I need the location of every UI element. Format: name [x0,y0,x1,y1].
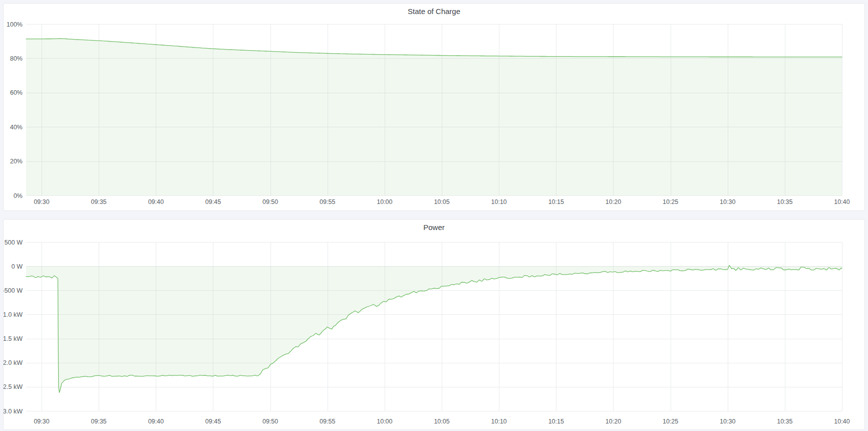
series-area-fill [26,265,842,392]
x-tick-label: 09:30 [34,198,49,205]
y-tick-label: -500 W [4,287,23,294]
y-tick-label: 60% [10,89,23,96]
x-tick-label: 10:40 [834,418,849,425]
y-tick-label: 0% [14,192,23,199]
x-tick-label: 10:25 [663,198,678,205]
x-tick-label: 09:40 [148,418,164,425]
y-tick-label: -3.0 kW [4,408,23,415]
power-chart[interactable]: 500 W0 W-500 W-1.0 kW-1.5 kW-2.0 kW-2.5 … [4,235,864,429]
x-tick-label: 10:05 [434,198,449,205]
x-tick-label: 10:20 [606,418,621,425]
x-tick-label: 10:30 [720,198,735,205]
y-tick-label: -2.0 kW [4,359,23,366]
x-tick-label: 10:10 [491,198,507,205]
x-tick-label: 10:15 [548,198,564,205]
x-tick-label: 10:00 [377,198,392,205]
panel-title-power[interactable]: Power [4,220,864,235]
x-tick-label: 10:20 [606,198,621,205]
x-tick-label: 09:45 [205,418,221,425]
x-tick-label: 10:30 [720,418,735,425]
x-tick-label: 10:25 [663,418,678,425]
x-tick-label: 10:40 [834,198,849,205]
x-tick-label: 10:10 [491,418,507,425]
y-tick-label: -1.5 kW [4,335,23,342]
x-tick-label: 10:15 [548,418,564,425]
y-tick-label: 0 W [12,263,23,270]
panel-power: Power 500 W0 W-500 W-1.0 kW-1.5 kW-2.0 k… [3,219,865,430]
y-tick-label: -1.0 kW [4,311,23,318]
x-tick-label: 09:35 [91,198,107,205]
x-tick-label: 10:05 [434,418,449,425]
series-area-fill [26,39,842,195]
x-tick-label: 10:00 [377,418,392,425]
y-tick-label: -2.5 kW [4,383,23,390]
x-tick-label: 09:35 [91,418,107,425]
panel-title-state-of-charge[interactable]: State of Charge [4,4,864,19]
state-of-charge-chart[interactable]: 100%80%60%40%20%0%09:3009:3509:4009:4509… [4,19,864,210]
y-tick-label: 20% [10,158,23,165]
x-tick-label: 09:45 [205,198,221,205]
y-tick-label: 100% [7,21,23,28]
x-tick-label: 09:55 [320,198,335,205]
y-tick-label: 40% [10,124,23,131]
x-tick-label: 10:35 [777,418,792,425]
x-tick-label: 09:50 [262,418,278,425]
x-tick-label: 10:35 [777,198,792,205]
y-tick-label: 80% [10,55,23,62]
x-tick-label: 09:40 [148,198,164,205]
x-tick-label: 09:55 [320,418,335,425]
x-tick-label: 09:50 [262,198,278,205]
x-tick-label: 09:30 [34,418,49,425]
panel-state-of-charge: State of Charge 100%80%60%40%20%0%09:300… [3,3,865,211]
y-tick-label: 500 W [5,239,23,246]
